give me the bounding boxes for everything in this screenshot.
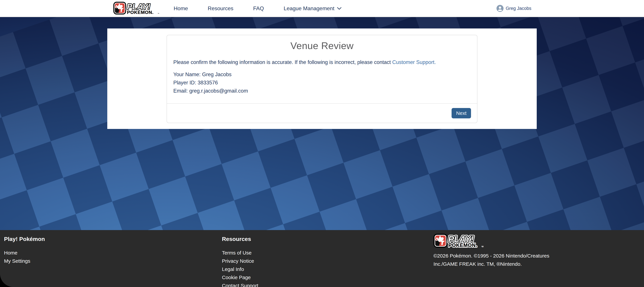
footer-link-terms-of-use[interactable]: Terms of Use <box>222 249 434 257</box>
copyright-text: ©2026 Pokémon. ©1995 - 2026 Nintendo/Cre… <box>434 252 551 268</box>
customer-support-link[interactable]: Customer Support <box>392 59 434 65</box>
player-info-fields: Your Name:Greg Jacobs Player ID:3833576 … <box>173 70 471 95</box>
main-nav-menu: Home Resources FAQ League Management <box>174 5 342 11</box>
field-email-label: Email: <box>173 88 188 94</box>
nav-item-resources[interactable]: Resources <box>208 5 233 11</box>
content-container: Venue Review Please confirm the followin… <box>107 28 537 129</box>
field-player-id-value: 3833576 <box>198 80 218 86</box>
footer-link-legal-info[interactable]: Legal Info <box>222 265 434 273</box>
venue-review-card-body: Venue Review Please confirm the followin… <box>167 35 477 103</box>
nav-item-home[interactable]: Home <box>174 5 188 11</box>
footer-link-cookie-page[interactable]: Cookie Page <box>222 273 434 282</box>
footer-column-play-pokemon: Play! Pokémon Home My Settings <box>4 236 222 287</box>
field-email-value: greg.r.jacobs@gmail.com <box>189 88 248 94</box>
page-title: Venue Review <box>173 40 471 51</box>
confirm-instructions-text: Please confirm the following information… <box>173 59 392 65</box>
nav-item-faq[interactable]: FAQ <box>253 5 264 11</box>
footer-heading-play-pokemon: Play! Pokémon <box>4 236 222 242</box>
user-name: Greg Jacobs <box>506 6 531 11</box>
footer-link-home[interactable]: Home <box>4 249 222 257</box>
nav-item-league-management[interactable]: League Management <box>284 5 342 11</box>
nav-item-league-management-label: League Management <box>284 5 334 11</box>
footer-column-resources: Resources Terms of Use Privacy Notice Le… <box>222 236 434 287</box>
footer-column-legal: ©2026 Pokémon. ©1995 - 2026 Nintendo/Cre… <box>434 234 644 287</box>
footer-panel: Play! Pokémon Home My Settings Resources… <box>0 230 644 287</box>
venue-review-card: Venue Review Please confirm the followin… <box>166 35 478 123</box>
user-menu[interactable]: Greg Jacobs <box>496 5 531 12</box>
top-nav-bar: Home Resources FAQ League Management Gre… <box>0 0 644 17</box>
footer-link-privacy-notice[interactable]: Privacy Notice <box>222 257 434 265</box>
footer-heading-resources: Resources <box>222 236 434 242</box>
field-your-name-label: Your Name: <box>173 71 201 77</box>
field-player-id-label: Player ID: <box>173 80 196 86</box>
site-footer: Play! Pokémon Home My Settings Resources… <box>0 230 644 287</box>
next-button[interactable]: Next <box>452 108 471 118</box>
footer-link-contact-support[interactable]: Contact Support <box>222 282 434 287</box>
play-pokemon-logo-icon <box>113 2 160 15</box>
chevron-down-icon <box>337 7 342 10</box>
user-avatar-icon <box>496 5 504 12</box>
checkered-background: Venue Review Please confirm the followin… <box>0 17 644 230</box>
confirm-instructions-suffix: . <box>434 59 436 65</box>
footer-link-my-settings[interactable]: My Settings <box>4 257 222 265</box>
field-your-name-value: Greg Jacobs <box>202 71 232 77</box>
field-player-id: Player ID:3833576 <box>173 78 471 87</box>
field-email: Email:greg.r.jacobs@gmail.com <box>173 87 471 95</box>
footer-play-pokemon-logo <box>434 234 484 248</box>
confirm-instructions: Please confirm the following information… <box>173 59 471 66</box>
play-pokemon-logo[interactable] <box>113 2 160 15</box>
field-your-name: Your Name:Greg Jacobs <box>173 70 471 78</box>
card-footer: Next <box>167 103 477 123</box>
